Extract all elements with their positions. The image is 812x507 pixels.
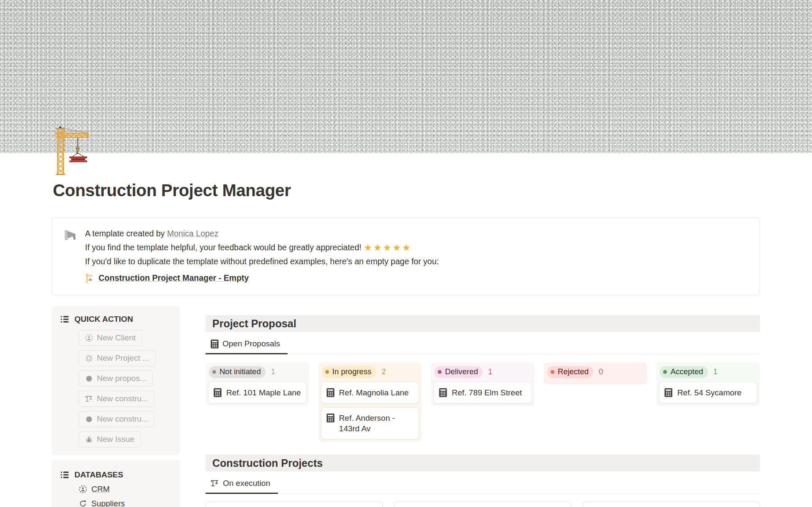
button-label: New constru... bbox=[97, 394, 148, 404]
proposal-card[interactable]: Ref. 54 Sycamore bbox=[659, 382, 757, 403]
created-by-line: A template created by Monica Lopez bbox=[85, 227, 439, 241]
button-label: New Issue bbox=[97, 434, 134, 444]
kanban-column-rejected: Rejected 0 bbox=[544, 362, 647, 384]
calculator-icon bbox=[326, 414, 335, 422]
bug-icon bbox=[85, 436, 93, 444]
tab-label: On execution bbox=[223, 479, 270, 488]
new-issue-button[interactable]: New Issue bbox=[79, 431, 141, 447]
calculator-icon bbox=[439, 388, 447, 397]
database-link-suppliers[interactable]: Suppliers bbox=[79, 499, 176, 507]
section-heading-project-proposal: Project Proposal bbox=[206, 315, 760, 332]
column-header[interactable]: Rejected 0 bbox=[546, 365, 645, 382]
template-callout: A template created by Monica Lopez If yo… bbox=[52, 217, 760, 295]
page-icon-crane[interactable] bbox=[50, 125, 99, 175]
feedback-line: If you find the template helpful, your f… bbox=[85, 241, 439, 255]
star-rating-icons: ★★★★★ bbox=[364, 242, 412, 253]
list-icon bbox=[60, 470, 69, 480]
notion-page: Construction Project Manager A template … bbox=[0, 0, 812, 507]
status-dot-icon bbox=[438, 370, 442, 374]
person-dashed-circle-icon bbox=[85, 334, 93, 342]
column-header[interactable]: Not initiated 1 bbox=[208, 365, 307, 382]
card-title: Ref. 101 Maple Lane bbox=[226, 387, 301, 398]
status-badge: Delivered bbox=[434, 366, 483, 378]
new-client-button[interactable]: New Client bbox=[79, 330, 142, 346]
column-count: 1 bbox=[713, 367, 718, 376]
proposal-card[interactable]: Ref. Magnolia Lane bbox=[321, 382, 420, 403]
proposal-card[interactable]: Ref. Anderson - 143rd Av bbox=[321, 407, 420, 439]
main-content: Project Proposal Open Proposals Not init… bbox=[206, 306, 760, 507]
column-count: 2 bbox=[381, 367, 386, 376]
kanban-column-delivered: Delivered 1 Ref. 789 Elm Street bbox=[431, 362, 535, 406]
list-icon bbox=[60, 315, 69, 324]
databases-panel: DATABASES CRM Suppliers bbox=[52, 460, 180, 507]
column-count: 0 bbox=[599, 367, 603, 376]
status-badge: In progress bbox=[322, 366, 376, 378]
card-title: Ref. Magnolia Lane bbox=[339, 387, 409, 398]
proposal-kanban-board: Not initiated 1 Ref. 101 Maple Lane In p… bbox=[206, 362, 760, 442]
status-label: Not initiated bbox=[219, 368, 261, 376]
crane-page-icon bbox=[85, 274, 94, 283]
megaphone-icon bbox=[63, 227, 77, 285]
button-label: New propos... bbox=[97, 373, 146, 384]
sidebar: QUICK ACTION New Client New Project ... … bbox=[52, 306, 180, 507]
kanban-column-not-initiated: Not initiated 1 Ref. 101 Maple Lane bbox=[206, 362, 309, 406]
column-count: 1 bbox=[271, 367, 275, 376]
status-dot-icon bbox=[551, 370, 554, 374]
status-dot-icon bbox=[663, 370, 667, 374]
calculator-icon bbox=[214, 388, 222, 397]
status-label: Rejected bbox=[558, 368, 589, 376]
empty-page-link[interactable]: Construction Project Manager - Empty bbox=[99, 271, 249, 285]
database-link-crm[interactable]: CRM bbox=[79, 485, 176, 494]
calculator-icon bbox=[326, 388, 335, 397]
quick-action-header: QUICK ACTION bbox=[60, 315, 176, 324]
author-link[interactable]: Monica Lopez bbox=[167, 229, 218, 238]
card-title: Ref. 789 Elm Street bbox=[452, 387, 522, 398]
column-header[interactable]: In progress 2 bbox=[321, 365, 420, 382]
quick-action-title: QUICK ACTION bbox=[74, 315, 133, 324]
proposal-card[interactable]: Ref. 789 Elm Street bbox=[433, 382, 532, 403]
refresh-icon bbox=[79, 499, 87, 507]
crane-glyph-icon bbox=[85, 395, 93, 403]
building-construction-crane-icon bbox=[50, 125, 99, 175]
column-header[interactable]: Delivered 1 bbox=[433, 365, 532, 382]
card-title: Ref. Anderson - 143rd Av bbox=[339, 413, 414, 434]
new-project-button[interactable]: New Project ... bbox=[79, 350, 156, 366]
tab-on-execution[interactable]: On execution bbox=[206, 475, 278, 494]
button-label: New constru... bbox=[97, 414, 148, 424]
status-badge: Not initiated bbox=[209, 366, 266, 378]
duplicate-line: If you'd like to duplicate the template … bbox=[85, 255, 439, 269]
new-construction-button-2[interactable]: New constru... bbox=[79, 411, 154, 427]
section-heading-construction-projects: Construction Projects bbox=[206, 455, 760, 471]
status-badge: Rejected bbox=[547, 366, 593, 378]
page-title: Construction Project Manager bbox=[53, 180, 812, 200]
project-card-partial[interactable] bbox=[206, 501, 383, 507]
project-card-partial[interactable] bbox=[583, 501, 760, 507]
projects-tabrow: On execution bbox=[206, 475, 760, 494]
status-label: In progress bbox=[332, 368, 372, 376]
filled-circle-icon bbox=[85, 375, 93, 383]
empty-page-link-row: Construction Project Manager - Empty bbox=[85, 271, 439, 285]
databases-title: DATABASES bbox=[74, 470, 123, 480]
button-label: New Client bbox=[97, 333, 136, 343]
projects-card-row bbox=[206, 501, 760, 507]
burst-icon bbox=[85, 354, 93, 362]
proposal-tabrow: Open Proposals bbox=[206, 335, 760, 354]
database-label: Suppliers bbox=[91, 499, 125, 507]
column-header[interactable]: Accepted 1 bbox=[659, 365, 757, 382]
tab-open-proposals[interactable]: Open Proposals bbox=[206, 335, 288, 354]
proposal-card[interactable]: Ref. 101 Maple Lane bbox=[208, 382, 307, 403]
status-badge: Accepted bbox=[660, 366, 708, 378]
status-dot-icon bbox=[212, 370, 216, 374]
project-card-partial[interactable] bbox=[394, 501, 571, 507]
new-construction-button[interactable]: New constru... bbox=[79, 391, 154, 407]
kanban-column-in-progress: In progress 2 Ref. Magnolia Lane Ref. An… bbox=[318, 362, 422, 442]
calculator-icon bbox=[211, 340, 219, 348]
person-dashed-circle-icon bbox=[79, 485, 87, 493]
new-proposal-button[interactable]: New propos... bbox=[79, 370, 153, 386]
column-count: 1 bbox=[488, 367, 492, 376]
kanban-column-accepted: Accepted 1 Ref. 54 Sycamore bbox=[656, 362, 760, 406]
cover-image bbox=[0, 0, 812, 153]
quick-action-panel: QUICK ACTION New Client New Project ... … bbox=[52, 306, 180, 455]
tab-label: Open Proposals bbox=[222, 339, 280, 348]
status-dot-icon bbox=[325, 370, 329, 374]
